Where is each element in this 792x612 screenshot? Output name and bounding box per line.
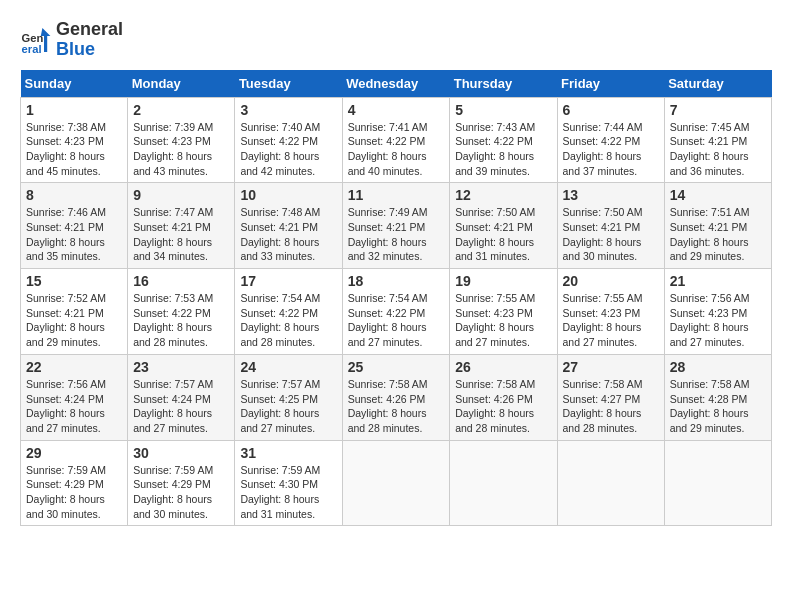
calendar-day-cell: 26 Sunrise: 7:58 AMSunset: 4:26 PMDaylig… <box>450 354 557 440</box>
calendar-week-row: 29 Sunrise: 7:59 AMSunset: 4:29 PMDaylig… <box>21 440 772 526</box>
calendar-week-row: 1 Sunrise: 7:38 AMSunset: 4:23 PMDayligh… <box>21 97 772 183</box>
day-number: 3 <box>240 102 336 118</box>
calendar-day-cell: 24 Sunrise: 7:57 AMSunset: 4:25 PMDaylig… <box>235 354 342 440</box>
logo-icon: Gen eral <box>20 24 52 56</box>
calendar-day-cell: 23 Sunrise: 7:57 AMSunset: 4:24 PMDaylig… <box>128 354 235 440</box>
calendar-empty-cell <box>450 440 557 526</box>
calendar-day-cell: 25 Sunrise: 7:58 AMSunset: 4:26 PMDaylig… <box>342 354 450 440</box>
weekday-header-saturday: Saturday <box>664 70 771 98</box>
day-number: 21 <box>670 273 766 289</box>
day-info: Sunrise: 7:46 AMSunset: 4:21 PMDaylight:… <box>26 206 106 262</box>
day-info: Sunrise: 7:56 AMSunset: 4:24 PMDaylight:… <box>26 378 106 434</box>
calendar-day-cell: 3 Sunrise: 7:40 AMSunset: 4:22 PMDayligh… <box>235 97 342 183</box>
day-number: 10 <box>240 187 336 203</box>
day-number: 20 <box>563 273 659 289</box>
weekday-header-tuesday: Tuesday <box>235 70 342 98</box>
day-info: Sunrise: 7:50 AMSunset: 4:21 PMDaylight:… <box>455 206 535 262</box>
day-number: 29 <box>26 445 122 461</box>
calendar-day-cell: 22 Sunrise: 7:56 AMSunset: 4:24 PMDaylig… <box>21 354 128 440</box>
day-number: 13 <box>563 187 659 203</box>
day-info: Sunrise: 7:40 AMSunset: 4:22 PMDaylight:… <box>240 121 320 177</box>
calendar-empty-cell <box>664 440 771 526</box>
day-info: Sunrise: 7:57 AMSunset: 4:24 PMDaylight:… <box>133 378 213 434</box>
day-info: Sunrise: 7:55 AMSunset: 4:23 PMDaylight:… <box>563 292 643 348</box>
calendar-day-cell: 18 Sunrise: 7:54 AMSunset: 4:22 PMDaylig… <box>342 269 450 355</box>
calendar-day-cell: 11 Sunrise: 7:49 AMSunset: 4:21 PMDaylig… <box>342 183 450 269</box>
calendar-day-cell: 7 Sunrise: 7:45 AMSunset: 4:21 PMDayligh… <box>664 97 771 183</box>
day-info: Sunrise: 7:58 AMSunset: 4:28 PMDaylight:… <box>670 378 750 434</box>
weekday-header-monday: Monday <box>128 70 235 98</box>
day-number: 23 <box>133 359 229 375</box>
day-info: Sunrise: 7:57 AMSunset: 4:25 PMDaylight:… <box>240 378 320 434</box>
calendar-week-row: 22 Sunrise: 7:56 AMSunset: 4:24 PMDaylig… <box>21 354 772 440</box>
day-number: 6 <box>563 102 659 118</box>
logo-general: General <box>56 20 123 40</box>
weekday-header-thursday: Thursday <box>450 70 557 98</box>
day-number: 7 <box>670 102 766 118</box>
weekday-header-friday: Friday <box>557 70 664 98</box>
calendar-empty-cell <box>342 440 450 526</box>
calendar-week-row: 8 Sunrise: 7:46 AMSunset: 4:21 PMDayligh… <box>21 183 772 269</box>
day-info: Sunrise: 7:55 AMSunset: 4:23 PMDaylight:… <box>455 292 535 348</box>
calendar-day-cell: 4 Sunrise: 7:41 AMSunset: 4:22 PMDayligh… <box>342 97 450 183</box>
day-number: 27 <box>563 359 659 375</box>
day-info: Sunrise: 7:51 AMSunset: 4:21 PMDaylight:… <box>670 206 750 262</box>
day-info: Sunrise: 7:52 AMSunset: 4:21 PMDaylight:… <box>26 292 106 348</box>
day-info: Sunrise: 7:58 AMSunset: 4:27 PMDaylight:… <box>563 378 643 434</box>
day-number: 19 <box>455 273 551 289</box>
logo-blue: Blue <box>56 40 123 60</box>
day-number: 9 <box>133 187 229 203</box>
day-info: Sunrise: 7:54 AMSunset: 4:22 PMDaylight:… <box>240 292 320 348</box>
calendar-day-cell: 5 Sunrise: 7:43 AMSunset: 4:22 PMDayligh… <box>450 97 557 183</box>
day-number: 5 <box>455 102 551 118</box>
calendar-empty-cell <box>557 440 664 526</box>
day-info: Sunrise: 7:58 AMSunset: 4:26 PMDaylight:… <box>455 378 535 434</box>
calendar-day-cell: 20 Sunrise: 7:55 AMSunset: 4:23 PMDaylig… <box>557 269 664 355</box>
calendar-day-cell: 12 Sunrise: 7:50 AMSunset: 4:21 PMDaylig… <box>450 183 557 269</box>
day-number: 16 <box>133 273 229 289</box>
weekday-header-sunday: Sunday <box>21 70 128 98</box>
day-number: 26 <box>455 359 551 375</box>
weekday-header-wednesday: Wednesday <box>342 70 450 98</box>
weekday-header-row: SundayMondayTuesdayWednesdayThursdayFrid… <box>21 70 772 98</box>
day-number: 15 <box>26 273 122 289</box>
day-number: 14 <box>670 187 766 203</box>
day-info: Sunrise: 7:59 AMSunset: 4:30 PMDaylight:… <box>240 464 320 520</box>
day-number: 17 <box>240 273 336 289</box>
day-info: Sunrise: 7:44 AMSunset: 4:22 PMDaylight:… <box>563 121 643 177</box>
day-number: 18 <box>348 273 445 289</box>
calendar-day-cell: 14 Sunrise: 7:51 AMSunset: 4:21 PMDaylig… <box>664 183 771 269</box>
day-info: Sunrise: 7:54 AMSunset: 4:22 PMDaylight:… <box>348 292 428 348</box>
day-info: Sunrise: 7:58 AMSunset: 4:26 PMDaylight:… <box>348 378 428 434</box>
day-number: 12 <box>455 187 551 203</box>
svg-text:eral: eral <box>22 43 42 55</box>
calendar-day-cell: 21 Sunrise: 7:56 AMSunset: 4:23 PMDaylig… <box>664 269 771 355</box>
calendar-day-cell: 1 Sunrise: 7:38 AMSunset: 4:23 PMDayligh… <box>21 97 128 183</box>
calendar-day-cell: 2 Sunrise: 7:39 AMSunset: 4:23 PMDayligh… <box>128 97 235 183</box>
calendar-day-cell: 10 Sunrise: 7:48 AMSunset: 4:21 PMDaylig… <box>235 183 342 269</box>
day-number: 11 <box>348 187 445 203</box>
calendar-day-cell: 15 Sunrise: 7:52 AMSunset: 4:21 PMDaylig… <box>21 269 128 355</box>
day-info: Sunrise: 7:39 AMSunset: 4:23 PMDaylight:… <box>133 121 213 177</box>
calendar-day-cell: 28 Sunrise: 7:58 AMSunset: 4:28 PMDaylig… <box>664 354 771 440</box>
day-info: Sunrise: 7:41 AMSunset: 4:22 PMDaylight:… <box>348 121 428 177</box>
day-info: Sunrise: 7:49 AMSunset: 4:21 PMDaylight:… <box>348 206 428 262</box>
day-number: 24 <box>240 359 336 375</box>
calendar-day-cell: 13 Sunrise: 7:50 AMSunset: 4:21 PMDaylig… <box>557 183 664 269</box>
calendar-day-cell: 27 Sunrise: 7:58 AMSunset: 4:27 PMDaylig… <box>557 354 664 440</box>
calendar-week-row: 15 Sunrise: 7:52 AMSunset: 4:21 PMDaylig… <box>21 269 772 355</box>
day-number: 25 <box>348 359 445 375</box>
page-header: Gen eral General Blue <box>20 20 772 60</box>
day-number: 30 <box>133 445 229 461</box>
day-number: 2 <box>133 102 229 118</box>
day-number: 4 <box>348 102 445 118</box>
calendar-day-cell: 6 Sunrise: 7:44 AMSunset: 4:22 PMDayligh… <box>557 97 664 183</box>
calendar-day-cell: 31 Sunrise: 7:59 AMSunset: 4:30 PMDaylig… <box>235 440 342 526</box>
day-number: 28 <box>670 359 766 375</box>
calendar-day-cell: 17 Sunrise: 7:54 AMSunset: 4:22 PMDaylig… <box>235 269 342 355</box>
calendar-table: SundayMondayTuesdayWednesdayThursdayFrid… <box>20 70 772 527</box>
calendar-day-cell: 19 Sunrise: 7:55 AMSunset: 4:23 PMDaylig… <box>450 269 557 355</box>
calendar-day-cell: 9 Sunrise: 7:47 AMSunset: 4:21 PMDayligh… <box>128 183 235 269</box>
day-number: 22 <box>26 359 122 375</box>
day-number: 1 <box>26 102 122 118</box>
